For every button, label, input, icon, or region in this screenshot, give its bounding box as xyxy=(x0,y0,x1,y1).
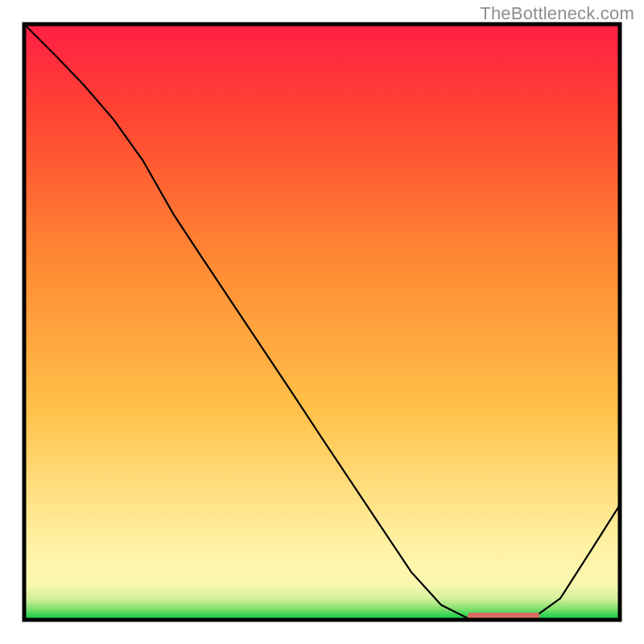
chart-background xyxy=(24,24,620,620)
bottleneck-chart xyxy=(0,0,644,644)
